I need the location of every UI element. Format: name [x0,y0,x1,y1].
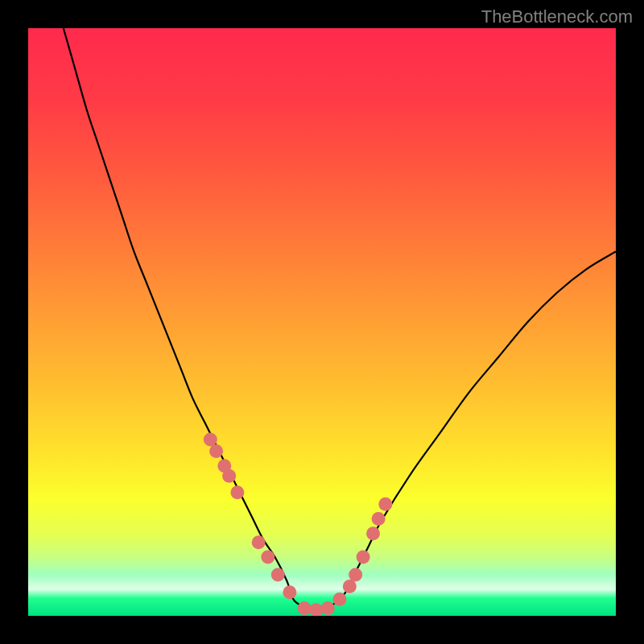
data-marker [372,512,386,526]
data-marker [204,433,217,447]
plot-area [28,28,616,616]
data-marker [252,535,266,549]
watermark-text: TheBottleneck.com [481,6,633,27]
data-marker [298,601,312,615]
data-marker [349,568,362,581]
bottleneck-curve [64,28,616,611]
data-marker [271,568,285,581]
data-marker [209,444,223,458]
data-marker [230,485,244,499]
data-marker [343,580,357,593]
data-marker [357,551,370,564]
data-marker [378,497,392,511]
data-marker [222,469,236,483]
data-marker [261,551,275,564]
data-marker [332,592,346,606]
curve-layer [28,28,616,616]
chart-container: TheBottleneck.com [0,0,644,644]
data-marker [283,585,296,599]
data-markers [204,433,393,617]
data-marker [309,603,323,616]
data-marker [366,526,380,540]
data-marker [321,601,335,615]
